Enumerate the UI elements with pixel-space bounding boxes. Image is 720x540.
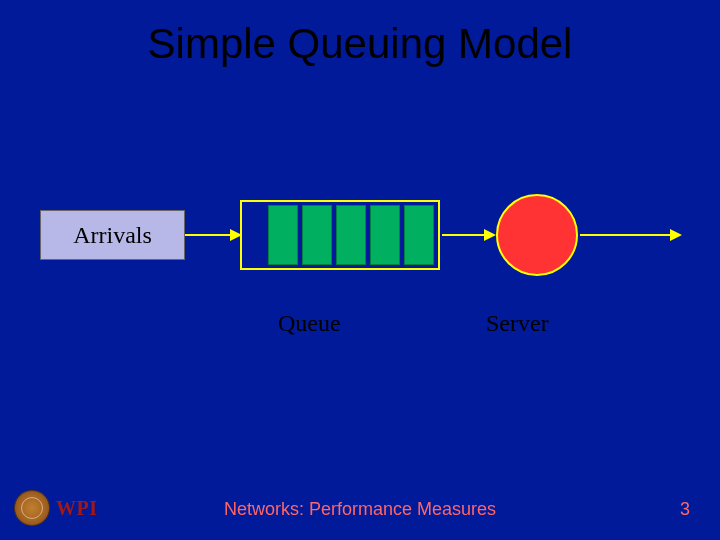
queue-slot [404, 205, 434, 265]
queuing-diagram: Arrivals [30, 200, 690, 300]
server-label: Server [486, 310, 549, 337]
queue-slot [370, 205, 400, 265]
arrow-queue-to-server [442, 234, 494, 236]
page-number: 3 [680, 499, 690, 520]
queue-slot [336, 205, 366, 265]
footer-text: Networks: Performance Measures [0, 499, 720, 520]
arrivals-box: Arrivals [40, 210, 185, 260]
queue-slot [268, 205, 298, 265]
server-node [496, 194, 578, 276]
arrow-arrivals-to-queue [185, 234, 240, 236]
arrivals-label: Arrivals [73, 222, 152, 249]
queue-slot [302, 205, 332, 265]
arrow-departures [580, 234, 680, 236]
queue-box [240, 200, 440, 270]
slide-title: Simple Queuing Model [0, 20, 720, 68]
queue-label: Queue [278, 310, 341, 337]
